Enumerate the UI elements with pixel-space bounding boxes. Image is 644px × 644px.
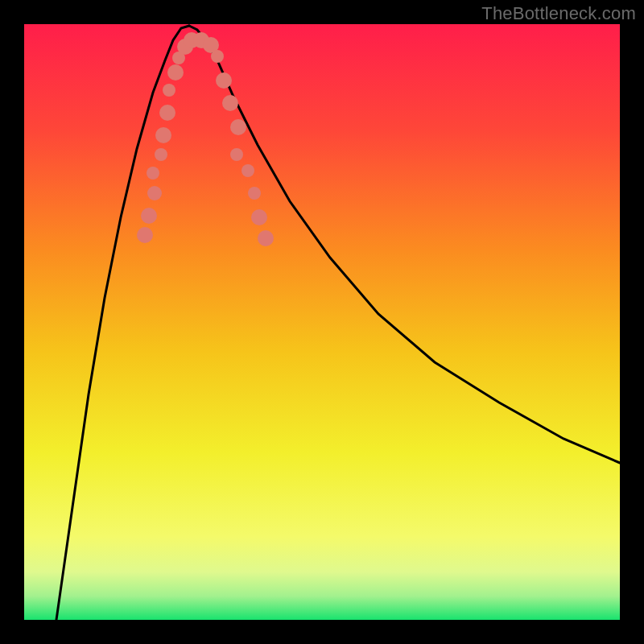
data-markers	[137, 32, 274, 246]
data-marker	[141, 208, 157, 224]
data-marker	[251, 209, 267, 225]
data-marker	[155, 127, 171, 143]
curve-right-branch	[189, 26, 620, 463]
data-marker	[147, 186, 162, 200]
plot-area	[24, 24, 620, 620]
chart-frame: TheBottleneck.com	[0, 0, 644, 644]
data-marker	[230, 148, 243, 161]
data-marker	[147, 167, 159, 180]
data-marker	[216, 72, 232, 89]
data-marker	[163, 84, 175, 97]
data-marker	[242, 164, 254, 177]
data-marker	[258, 230, 274, 246]
curve-layer	[24, 24, 620, 620]
data-marker	[167, 64, 184, 80]
watermark-text: TheBottleneck.com	[481, 3, 636, 24]
data-marker	[211, 50, 224, 63]
data-marker	[159, 105, 175, 121]
data-marker	[230, 119, 246, 135]
data-marker	[248, 187, 261, 200]
data-marker	[222, 95, 238, 111]
data-marker	[155, 148, 167, 161]
data-marker	[137, 227, 153, 243]
